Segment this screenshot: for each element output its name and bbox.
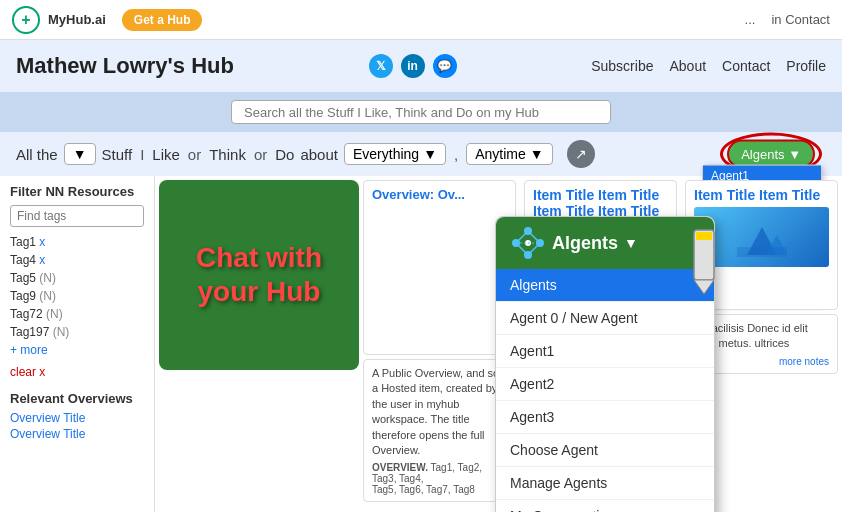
topbar-nav-item2[interactable]: in Contact (771, 12, 830, 27)
svg-rect-11 (696, 232, 712, 240)
overview-card-1-body: A Public Overview, and so a Hosted item,… (363, 359, 516, 502)
social-icons: 𝕏 in 💬 (369, 54, 457, 78)
algents-item-agent3[interactable]: Agent3 (496, 401, 714, 434)
topbar-nav-item1[interactable]: ... (745, 12, 756, 27)
sidebar: Filter NN Resources Tag1 x Tag4 x Tag5 (… (0, 176, 155, 512)
logo-text: MyHub.ai (48, 12, 106, 27)
filter-bar: All the ▼ Stuff I Like or Think or Do ab… (0, 132, 842, 176)
svg-marker-12 (694, 280, 714, 294)
header: Mathew Lowry's Hub 𝕏 in 💬 Subscribe Abou… (0, 40, 842, 92)
logo-icon: + (12, 6, 40, 34)
nav-profile[interactable]: Profile (786, 58, 826, 74)
svg-rect-15 (737, 247, 787, 257)
nav-contact[interactable]: Contact (722, 58, 770, 74)
linkedin-icon[interactable]: in (401, 54, 425, 78)
algents-item-manage[interactable]: Manage Agents (496, 467, 714, 500)
main: Filter NN Resources Tag1 x Tag4 x Tag5 (… (0, 176, 842, 512)
algents-dropdown-arrow: ▼ (624, 235, 638, 251)
sep2: or (188, 146, 201, 163)
tag-item: Tag4 x (10, 251, 144, 269)
like-label: Like (152, 146, 180, 163)
search-bar (0, 92, 842, 132)
hub-title: Mathew Lowry's Hub (16, 53, 234, 79)
logo-area: + MyHub.ai Get a Hub (12, 6, 202, 34)
tag-item: Tag5 (N) (10, 269, 144, 287)
tag-item: Tag9 (N) (10, 287, 144, 305)
sep1: I (140, 146, 144, 163)
algents-item-conversations[interactable]: My Conversations (496, 500, 714, 512)
everything-filter-btn[interactable]: Everything ▼ (344, 143, 446, 165)
algents-item-agent1[interactable]: Agent1 (496, 335, 714, 368)
card-title-1: Overview: Ov... (372, 187, 507, 202)
chat-overlay: Chat with your Hub (159, 180, 359, 370)
algents-item-agent2[interactable]: Agent2 (496, 368, 714, 401)
messenger-icon[interactable]: 💬 (433, 54, 457, 78)
about-label: about (300, 146, 338, 163)
think-label: Think (209, 146, 246, 163)
algents-item-new-agent[interactable]: Agent 0 / New Agent (496, 302, 714, 335)
twitter-icon[interactable]: 𝕏 (369, 54, 393, 78)
tag-search-input[interactable] (10, 205, 144, 227)
sep3: or (254, 146, 267, 163)
header-nav: Subscribe About Contact Profile (591, 58, 826, 74)
more-notes-link[interactable]: more notes (779, 356, 829, 367)
chat-text: Chat with your Hub (196, 241, 322, 308)
card-body-1: A Public Overview, and so a Hosted item,… (372, 366, 507, 458)
overview-item-1[interactable]: Overview Title (10, 410, 144, 426)
algents-item-algents[interactable]: Algents (496, 269, 714, 302)
search-input[interactable] (231, 100, 611, 124)
overview-item-2[interactable]: Overview Title (10, 426, 144, 442)
sidebar-title: Filter NN Resources (10, 184, 144, 199)
stuff-label: Stuff (102, 146, 133, 163)
topbar: + MyHub.ai Get a Hub ... in Contact (0, 0, 842, 40)
more-tags-link[interactable]: + more (10, 343, 48, 357)
algents-top-area: Algents ▼ Agent1 Agent2 Agent3 Choose Ag… (720, 133, 822, 176)
topbar-nav: ... in Contact (745, 12, 830, 27)
clear-tags-link[interactable]: clear x (10, 365, 144, 379)
tag-item: Tag1 x (10, 233, 144, 251)
algents-item-choose[interactable]: Choose Agent (496, 434, 714, 467)
algents-large-title: Algents (552, 233, 618, 254)
tag-item: Tag72 (N) (10, 305, 144, 323)
get-hub-button[interactable]: Get a Hub (122, 9, 203, 31)
anytime-filter-btn[interactable]: Anytime ▼ (466, 143, 552, 165)
algents-large-dropdown: Algents ▼ Algents Agent 0 / New Agent Ag… (495, 216, 715, 512)
content-area: Chat with your Hub (155, 176, 842, 512)
nav-subscribe[interactable]: Subscribe (591, 58, 653, 74)
algents-node-icon (510, 225, 546, 261)
nav-about[interactable]: About (669, 58, 706, 74)
pencil-icon-area (686, 226, 722, 296)
pencil-icon (686, 226, 722, 296)
relevant-title: Relevant Overviews (10, 391, 144, 406)
sep4: , (454, 146, 458, 163)
all-the-label: All the (16, 146, 58, 163)
card-title-3: Item Title Item Title (694, 187, 829, 203)
relevant-overviews-section: Relevant Overviews Overview Title Overvi… (10, 391, 144, 442)
all-filter-btn[interactable]: ▼ (64, 143, 96, 165)
mountain-svg (737, 217, 787, 257)
algents-large-header: Algents ▼ (496, 217, 714, 269)
share-icon[interactable]: ↗ (567, 140, 595, 168)
content-col-1: Overview: Ov... A Public Overview, and s… (363, 180, 516, 508)
overview-card-1: Overview: Ov... (363, 180, 516, 355)
card-meta-1: OVERVIEW. Tag1, Tag2, Tag3, Tag4,Tag5, T… (372, 462, 507, 495)
do-label: Do (275, 146, 294, 163)
tag-item: Tag197 (N) (10, 323, 144, 341)
